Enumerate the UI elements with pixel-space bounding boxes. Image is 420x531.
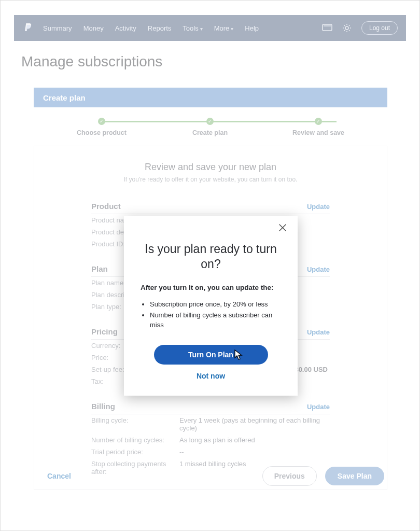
update-pricing-link[interactable]: Update <box>307 328 330 336</box>
nav-help[interactable]: Help <box>245 24 259 32</box>
check-icon: ✓ <box>206 118 214 125</box>
billing-trial-value: -- <box>179 448 330 456</box>
section-plan-title: Plan <box>91 264 108 273</box>
nav-activity[interactable]: Activity <box>115 24 136 32</box>
save-plan-button[interactable]: Save Plan <box>325 467 384 485</box>
modal-lead: After you turn it on, you can update the… <box>141 283 281 293</box>
review-title: Review and save your new plan <box>34 162 387 173</box>
not-now-button[interactable]: Not now <box>141 372 281 380</box>
step-create-plan: ✓ Create plan <box>169 118 251 136</box>
top-nav-bar: Summary Money Activity Reports Tools▾ Mo… <box>14 15 406 41</box>
create-plan-banner: Create plan <box>34 88 387 107</box>
check-icon: ✓ <box>315 118 322 125</box>
gear-icon[interactable] <box>342 23 352 33</box>
nav-money[interactable]: Money <box>83 24 104 32</box>
update-billing-link[interactable]: Update <box>307 403 330 411</box>
step-review-save: ✓ Review and save <box>277 118 360 136</box>
chevron-down-icon: ▾ <box>200 26 203 32</box>
previous-button[interactable]: Previous <box>262 466 317 486</box>
svg-rect-0 <box>323 24 332 31</box>
billing-cycle-label: Billing cycle: <box>91 416 179 432</box>
check-icon: ✓ <box>98 118 105 125</box>
turn-on-plan-button[interactable]: Turn On Plan <box>154 345 268 365</box>
paypal-logo <box>22 21 34 35</box>
modal-bullet: Number of billing cycles a subscriber ca… <box>150 311 281 330</box>
section-pricing-title: Pricing <box>91 327 118 336</box>
logout-button[interactable]: Log out <box>361 21 398 35</box>
nav-items: Summary Money Activity Reports Tools▾ Mo… <box>43 24 259 32</box>
cancel-button[interactable]: Cancel <box>47 472 71 480</box>
section-product-title: Product <box>91 202 121 211</box>
close-icon[interactable] <box>278 223 289 234</box>
billing-num-value: As long as plan is offered <box>179 436 330 444</box>
svg-point-1 <box>345 26 348 30</box>
turn-on-plan-dialog: Is your plan ready to turn on? After you… <box>124 216 298 396</box>
page-title: Manage subscriptions <box>21 53 162 70</box>
nav-summary[interactable]: Summary <box>43 24 72 32</box>
modal-bullet: Subscription price once, by 20% or less <box>150 300 281 310</box>
billing-trial-label: Trial period price: <box>91 448 179 456</box>
bottom-actions: Cancel Previous Save Plan <box>34 466 387 486</box>
billing-num-label: Number of billing cycles: <box>91 436 179 444</box>
stepper: ✓ Choose product ✓ Create plan ✓ Review … <box>60 118 360 136</box>
review-subtitle: If you're ready to offer it on your webs… <box>34 176 387 183</box>
modal-bullet-list: Subscription price once, by 20% or less … <box>150 300 281 330</box>
chevron-down-icon: ▾ <box>231 26 233 32</box>
billing-cycle-value: Every 1 week (pays at beginning of each … <box>179 416 330 432</box>
messages-icon[interactable] <box>322 23 332 33</box>
modal-title: Is your plan ready to turn on? <box>141 242 281 272</box>
nav-reports[interactable]: Reports <box>148 24 172 32</box>
step-choose-product: ✓ Choose product <box>60 118 143 136</box>
update-product-link[interactable]: Update <box>307 203 330 211</box>
section-billing-title: Billing <box>91 402 115 411</box>
nav-more[interactable]: More▾ <box>214 24 234 32</box>
cursor-icon <box>234 350 243 363</box>
nav-tools[interactable]: Tools▾ <box>183 24 202 32</box>
update-plan-link[interactable]: Update <box>307 266 330 273</box>
